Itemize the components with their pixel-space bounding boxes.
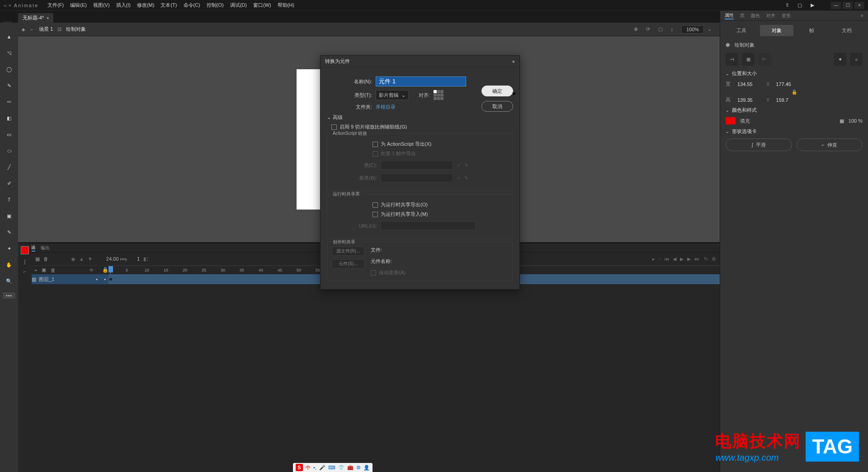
align-left-icon[interactable]: ⊣ xyxy=(726,53,738,66)
panel-menu-icon[interactable]: ≡ xyxy=(861,13,863,18)
brush-tool-icon[interactable]: ✎ xyxy=(4,81,14,91)
play-icon[interactable]: ▶ xyxy=(809,2,816,9)
straighten-button[interactable]: ⌐伸直 xyxy=(797,138,863,151)
more-tools-icon[interactable]: ••• xyxy=(3,292,15,299)
rotate-stage-icon[interactable]: ⟳ xyxy=(646,26,650,32)
playhead[interactable] xyxy=(110,266,111,274)
add-layer-icon[interactable]: ▦ xyxy=(35,256,40,262)
panel-tab-align[interactable]: 对齐 xyxy=(766,13,775,19)
panel-tab-properties[interactable]: 属性 xyxy=(725,12,734,19)
registration-grid[interactable] xyxy=(434,90,443,100)
frame-view-icon[interactable]: ▼ xyxy=(88,256,93,262)
paint-brush-tool-icon[interactable]: ✏ xyxy=(4,97,14,107)
eraser-tool-icon[interactable]: ◧ xyxy=(4,113,14,123)
menu-file[interactable]: 文件(F) xyxy=(47,2,64,9)
zoom-input[interactable]: 100% xyxy=(681,25,704,33)
ime-toolbox-icon[interactable]: 🧰 xyxy=(347,465,354,471)
subselection-tool-icon[interactable]: ◹ xyxy=(4,48,14,58)
frame-mode-icon[interactable]: ◧ xyxy=(143,256,148,262)
pin-tool-icon[interactable]: ✦ xyxy=(4,243,14,253)
bone-tool-icon[interactable]: ✎ xyxy=(4,227,14,237)
minimize-button[interactable]: — xyxy=(831,2,841,9)
break-apart-icon[interactable]: ✦ xyxy=(834,53,846,66)
type-select[interactable]: 影片剪辑⌄ xyxy=(376,90,409,100)
rectangle-tool-icon[interactable]: ▭ xyxy=(4,129,14,139)
clip-stage-icon[interactable]: ▢ xyxy=(658,26,663,32)
insert-keyframe-icon[interactable]: ▸ xyxy=(652,256,655,262)
layer-lock-icon[interactable]: 🔒 xyxy=(102,267,108,273)
workspace-icon[interactable]: ▢ xyxy=(797,2,803,9)
ime-voice-icon[interactable]: 🎤 xyxy=(319,465,326,471)
edit-multiple-icon[interactable]: ▲ xyxy=(79,256,84,262)
layer-visibility-icon[interactable]: 👁 xyxy=(89,267,94,273)
ok-button[interactable]: 确定 ➤ xyxy=(481,86,513,96)
output-tab[interactable]: 输出 xyxy=(41,245,50,251)
prop-tab-object[interactable]: 对象 xyxy=(760,25,793,36)
link-wh-icon[interactable]: 🔓 xyxy=(792,90,797,95)
ime-keyboard-icon[interactable]: ⌨ xyxy=(328,465,335,471)
menu-insert[interactable]: 插入(I) xyxy=(116,2,131,9)
straight-mode-icon[interactable]: ⌐ xyxy=(24,269,26,274)
scene-nav-icon[interactable]: ♣ xyxy=(22,27,25,32)
text-tool-icon[interactable]: T xyxy=(4,195,14,205)
trash-icon[interactable]: 🗑 xyxy=(51,267,56,273)
tl-prev-icon[interactable]: ◀ xyxy=(673,256,676,262)
tab-close-icon[interactable]: × xyxy=(47,16,49,20)
share-icon[interactable]: ⇧ xyxy=(784,2,790,9)
hand-tool-icon[interactable]: ✋ xyxy=(4,260,14,270)
center-stage-icon[interactable]: ⊕ xyxy=(634,26,638,32)
export-as-checkbox[interactable] xyxy=(373,142,378,147)
ime-settings-icon[interactable]: ⚙ xyxy=(356,465,361,471)
keyframe[interactable] xyxy=(109,278,112,281)
panel-tab-color[interactable]: 颜色 xyxy=(751,13,760,19)
tl-play-icon[interactable]: ▶ xyxy=(680,256,684,262)
menu-edit[interactable]: 编辑(E) xyxy=(70,2,87,9)
height-input[interactable]: 139.35 xyxy=(737,97,760,103)
document-tab[interactable]: 无标题-4* × xyxy=(18,13,53,23)
prop-tab-tool[interactable]: 工具 xyxy=(725,25,758,36)
fill-color-swatch[interactable] xyxy=(726,117,736,124)
fill-color-swatch[interactable] xyxy=(21,246,29,254)
eyedropper-tool-icon[interactable]: ✐ xyxy=(4,178,14,188)
smooth-button[interactable]: ∫平滑 xyxy=(726,138,792,151)
zoom-tool-icon[interactable]: 🔍 xyxy=(4,276,14,286)
chevron-down-icon[interactable]: ⌄ xyxy=(327,114,331,120)
x-input[interactable]: 177.45 xyxy=(776,81,798,87)
chevron-down-icon[interactable]: ⌄ xyxy=(726,108,729,113)
fit-icon[interactable]: ↕ xyxy=(671,27,674,32)
folder-link[interactable]: 库根目录 xyxy=(376,104,396,110)
ime-lang[interactable]: 中 xyxy=(306,464,311,471)
breadcrumb-object[interactable]: 绘制对象 xyxy=(66,26,86,33)
layer-name[interactable]: 图层_1 xyxy=(39,276,54,283)
export-runtime-checkbox[interactable] xyxy=(373,202,378,208)
ime-user-icon[interactable]: 👤 xyxy=(363,465,370,471)
panel-tab-transform[interactable]: 变形 xyxy=(782,13,791,19)
y-input[interactable]: 159.7 xyxy=(776,97,798,103)
convert-icon[interactable]: ⟐ xyxy=(850,53,863,66)
layer-lock-dot-icon[interactable]: • xyxy=(104,277,106,282)
camera-tool-icon[interactable]: ▣ xyxy=(4,211,14,221)
fps-value[interactable]: 24.00 xyxy=(106,256,119,262)
current-frame[interactable]: 1 xyxy=(137,256,140,262)
align-center-icon[interactable]: ⊞ xyxy=(742,53,755,66)
tab-strip-close[interactable]: ‹‹ × xyxy=(4,3,11,8)
new-folder-icon[interactable]: ▣ xyxy=(42,267,46,273)
menu-debug[interactable]: 调试(D) xyxy=(230,2,247,9)
oval-tool-icon[interactable]: ⬭ xyxy=(4,146,14,156)
tl-last-icon[interactable]: ⏭ xyxy=(694,256,699,262)
enable-9slice-checkbox[interactable] xyxy=(331,124,337,130)
selection-tool-icon[interactable]: ▲ xyxy=(4,32,14,42)
menu-help[interactable]: 帮助(H) xyxy=(278,2,294,9)
close-button[interactable]: × xyxy=(854,2,864,9)
ime-toolbar[interactable]: S 中 •, 🎤 ⌨ 👕 🧰 ⚙ 👤 xyxy=(293,463,373,472)
menu-control[interactable]: 控制(O) xyxy=(207,2,224,9)
back-icon[interactable]: ← xyxy=(29,27,34,32)
menu-command[interactable]: 命令(C) xyxy=(184,2,200,9)
tl-first-icon[interactable]: ⏮ xyxy=(664,256,669,262)
width-input[interactable]: 134.55 xyxy=(737,81,760,87)
symbol-name-input[interactable] xyxy=(376,76,466,86)
loop-icon[interactable]: ↻ xyxy=(704,256,708,262)
line-tool-icon[interactable]: ╱ xyxy=(4,162,14,172)
maximize-button[interactable]: ☐ xyxy=(843,2,853,9)
zoom-dropdown-icon[interactable]: ⌄ xyxy=(708,26,712,32)
